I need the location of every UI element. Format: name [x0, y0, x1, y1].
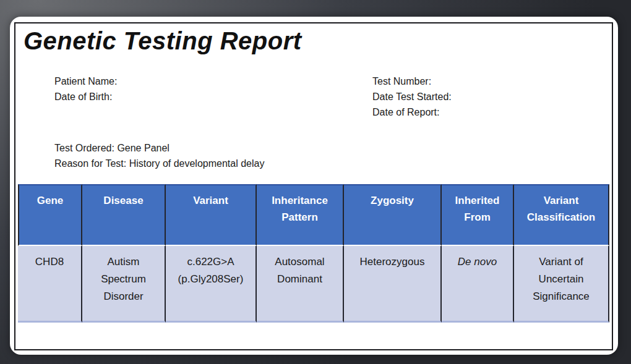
date-test-started-label: Date Test Started: — [372, 89, 452, 104]
cell-variant-classification: Variant of Uncertain Significance — [514, 246, 609, 323]
col-header-disease: Disease — [82, 184, 166, 246]
results-table: Gene Disease Variant Inheritance Pattern… — [18, 184, 609, 323]
col-header-gene: Gene — [18, 184, 82, 246]
order-info-block: Test Ordered: Gene Panel Reason for Test… — [54, 140, 264, 171]
cell-disease: Autism Spectrum Disorder — [82, 246, 166, 323]
patient-info-block: Patient Name: Date of Birth: — [54, 74, 117, 104]
date-of-report-label: Date of Report: — [372, 104, 452, 120]
video-frame-background: Genetic Testing Report Patient Name: Dat… — [0, 0, 631, 364]
col-header-variant: Variant — [166, 184, 257, 246]
date-of-birth-label: Date of Birth: — [54, 89, 117, 104]
test-ordered-line: Test Ordered: Gene Panel — [54, 140, 264, 156]
test-info-block: Test Number: Date Test Started: Date of … — [372, 74, 452, 120]
patient-name-label: Patient Name: — [54, 74, 117, 89]
col-header-variant-classification: Variant Classification — [514, 184, 609, 246]
cell-gene: CHD8 — [18, 246, 82, 323]
cell-inherited-from: De novo — [442, 246, 514, 323]
cell-zygosity: Heterozygous — [344, 246, 442, 323]
report-slide: Genetic Testing Report Patient Name: Dat… — [10, 17, 618, 355]
col-header-zygosity: Zygosity — [344, 184, 442, 246]
reason-for-test-line: Reason for Test: History of developmenta… — [54, 156, 264, 171]
test-number-label: Test Number: — [372, 74, 452, 89]
cell-inheritance-pattern: Autosomal Dominant — [257, 246, 344, 323]
cell-variant: c.622G>A (p.Gly208Ser) — [166, 246, 257, 323]
page-title: Genetic Testing Report — [24, 25, 302, 56]
col-header-inheritance-pattern: Inheritance Pattern — [257, 184, 344, 246]
col-header-inherited-from: Inherited From — [442, 184, 514, 246]
